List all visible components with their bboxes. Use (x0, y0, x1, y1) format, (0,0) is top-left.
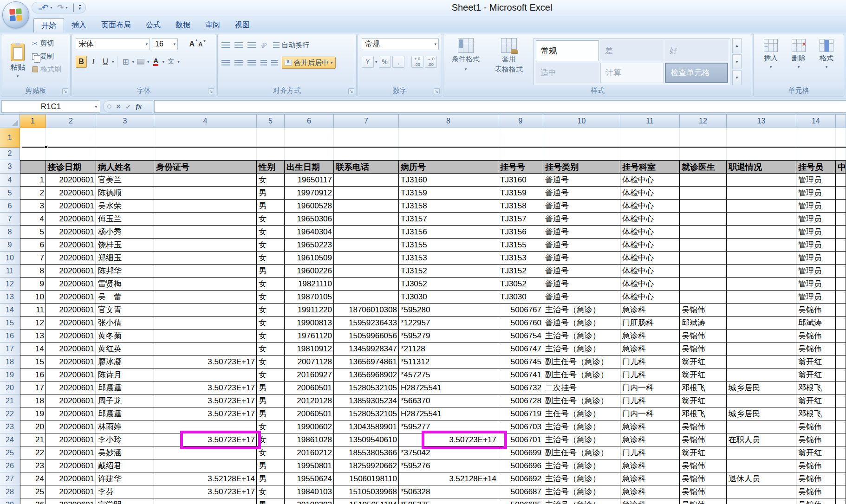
cell[interactable]: 主治号（急诊） (543, 330, 620, 342)
cell[interactable] (796, 128, 836, 148)
cell[interactable]: 门儿科 (620, 355, 680, 368)
cell[interactable] (836, 446, 846, 459)
fill-color-button[interactable] (135, 56, 146, 68)
cell[interactable]: 20200601 (46, 200, 96, 213)
cell[interactable]: 周子龙 (96, 394, 154, 407)
cell[interactable]: 19650117 (285, 174, 334, 187)
cell[interactable] (727, 291, 796, 304)
cell[interactable]: 吴 蕾 (96, 291, 154, 304)
cell[interactable] (796, 148, 836, 160)
bold-button[interactable]: B (76, 56, 87, 68)
paste-button[interactable]: 粘贴 ▾ (4, 38, 31, 84)
cell[interactable]: 女 (257, 226, 285, 239)
cell[interactable]: 急诊科 (620, 420, 680, 433)
column-header-7[interactable]: 7 (334, 115, 399, 128)
cell[interactable] (836, 187, 846, 200)
cell[interactable]: 郑细玉 (96, 252, 154, 265)
cell[interactable]: 戴绍君 (96, 459, 154, 472)
row-header-29[interactable]: 29 (0, 498, 20, 504)
cell[interactable] (20, 128, 46, 148)
cell[interactable]: 20200601 (46, 485, 96, 498)
cell[interactable]: TJ3160 (498, 174, 543, 187)
row-header-10[interactable]: 10 (0, 252, 20, 265)
cell[interactable] (154, 239, 257, 252)
cell[interactable]: 陈诗月 (96, 368, 154, 381)
cell[interactable]: *457275 (399, 368, 498, 381)
cell[interactable]: 门儿科 (620, 368, 680, 381)
row-header-13[interactable]: 13 (0, 291, 20, 304)
cell[interactable]: 12 (20, 317, 46, 330)
cell[interactable]: 20200601 (46, 446, 96, 459)
cell[interactable]: 9 (20, 278, 46, 291)
currency-dropdown-icon[interactable]: ▾ (375, 59, 377, 64)
cell[interactable]: 邱震霆 (96, 381, 154, 394)
cell[interactable]: 1 (20, 174, 46, 187)
cell[interactable]: TJ3158 (399, 200, 498, 213)
cell[interactable] (680, 213, 727, 226)
format-as-table-button[interactable]: 套用 表格格式 (487, 38, 531, 84)
cell[interactable]: 19870105 (285, 291, 334, 304)
cell[interactable] (836, 200, 846, 213)
cell[interactable]: 5006696 (498, 459, 543, 472)
cell[interactable]: 19610509 (285, 252, 334, 265)
cell[interactable]: 20 (20, 420, 46, 433)
cell[interactable]: 5006760 (498, 317, 543, 330)
cell[interactable]: 5006745 (498, 355, 543, 368)
font-name-combo[interactable]: 宋体 ▾ (76, 38, 150, 50)
cell[interactable]: 20200601 (46, 278, 96, 291)
column-header-3[interactable]: 3 (96, 115, 154, 128)
cell[interactable]: 13509540610 (334, 433, 399, 446)
cell[interactable]: H28725541 (399, 407, 498, 420)
cell[interactable]: 普通号 (543, 265, 620, 278)
cell[interactable]: 女 (257, 278, 285, 291)
cell[interactable] (154, 291, 257, 304)
cell[interactable]: 20071128 (285, 355, 334, 368)
cell[interactable] (727, 446, 796, 459)
cell[interactable] (836, 355, 846, 368)
cell[interactable]: 20200601 (46, 459, 96, 472)
cell[interactable]: 退休人员 (727, 472, 796, 485)
new-document-button[interactable] (73, 4, 74, 12)
tab-插入[interactable]: 插入 (64, 18, 94, 32)
cell[interactable]: 5006747 (498, 342, 543, 355)
align-top-icon[interactable] (221, 42, 230, 48)
cell[interactable]: 急诊科 (620, 485, 680, 498)
cell[interactable]: 宁学明 (96, 498, 154, 504)
tab-开始[interactable]: 开始 (33, 18, 64, 32)
comma-button[interactable]: , (392, 56, 404, 68)
cell[interactable]: 13 (20, 330, 46, 342)
cell[interactable]: 20200601 (46, 317, 96, 330)
cell[interactable]: *511312 (399, 355, 498, 368)
cell[interactable] (334, 187, 399, 200)
cell[interactable]: 15105039968 (334, 485, 399, 498)
cell[interactable] (836, 394, 846, 407)
cell[interactable] (836, 330, 846, 342)
cell[interactable]: 主治号（急诊） (543, 342, 620, 355)
cell[interactable]: 19810912 (285, 342, 334, 355)
column-header-10[interactable]: 10 (543, 115, 620, 128)
italic-button[interactable]: I (88, 56, 99, 68)
cell[interactable] (498, 128, 543, 148)
decrease-decimal-button[interactable]: →.0.00 (425, 56, 437, 68)
cell[interactable] (680, 148, 727, 160)
cell[interactable]: 副主任号（急诊） (543, 394, 620, 407)
currency-button[interactable]: ¥ (362, 56, 374, 68)
cell[interactable] (836, 128, 846, 148)
align-right-icon[interactable] (247, 60, 256, 66)
cell[interactable]: 19 (20, 407, 46, 420)
cell[interactable]: 女 (257, 420, 285, 433)
row-header-27[interactable]: 27 (0, 472, 20, 485)
cell[interactable]: 吴锦伟 (796, 459, 836, 472)
cell[interactable] (154, 252, 257, 265)
cell[interactable]: 3.50723E+17 (154, 381, 257, 394)
row-header-8[interactable]: 8 (0, 226, 20, 239)
cell[interactable]: TJ3157 (498, 213, 543, 226)
font-dialog-launcher[interactable]: ↘ (208, 88, 214, 94)
cell[interactable] (680, 252, 727, 265)
customize-qat-dropdown[interactable]: ▾ (79, 5, 81, 10)
underline-dropdown-icon[interactable]: ▾ (112, 59, 114, 64)
cell[interactable] (727, 304, 796, 317)
cell[interactable]: 主治号（急诊） (543, 304, 620, 317)
cell[interactable]: 主治号（急诊） (543, 485, 620, 498)
cell[interactable]: 男 (257, 394, 285, 407)
